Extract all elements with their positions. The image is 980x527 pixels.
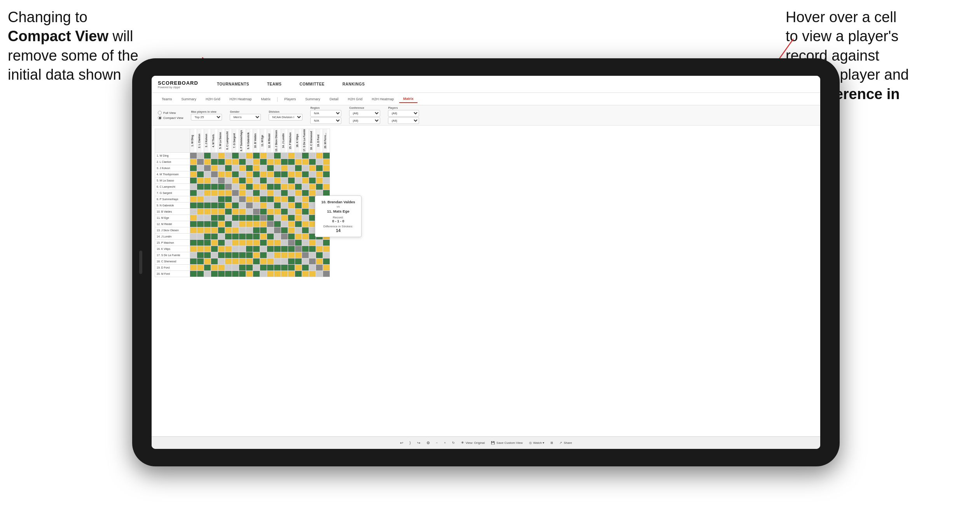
- matrix-cell[interactable]: [309, 246, 316, 252]
- tablet-button[interactable]: [139, 251, 142, 274]
- matrix-cell[interactable]: [204, 196, 211, 202]
- matrix-cell[interactable]: [281, 190, 288, 196]
- matrix-cell[interactable]: [211, 184, 218, 190]
- matrix-cell[interactable]: [281, 252, 288, 258]
- matrix-cell[interactable]: [225, 234, 232, 240]
- matrix-cell[interactable]: [295, 221, 302, 227]
- save-custom-button[interactable]: 💾 Save Custom View: [491, 441, 522, 445]
- matrix-cell[interactable]: [316, 153, 323, 159]
- matrix-cell[interactable]: [211, 227, 218, 234]
- matrix-cell[interactable]: [225, 271, 232, 277]
- matrix-cell[interactable]: [267, 159, 274, 165]
- matrix-cell[interactable]: [288, 265, 295, 271]
- matrix-cell[interactable]: [239, 265, 246, 271]
- matrix-cell[interactable]: [288, 258, 295, 265]
- tab-summary-right[interactable]: Summary: [301, 96, 324, 103]
- matrix-cell[interactable]: [190, 196, 197, 202]
- share-button[interactable]: ↗ Share: [559, 441, 572, 445]
- matrix-cell[interactable]: [239, 202, 246, 209]
- matrix-cell[interactable]: [204, 178, 211, 184]
- matrix-cell[interactable]: [190, 171, 197, 178]
- matrix-cell[interactable]: [225, 265, 232, 271]
- matrix-cell[interactable]: [253, 209, 260, 215]
- matrix-cell[interactable]: [253, 252, 260, 258]
- matrix-cell[interactable]: [204, 209, 211, 215]
- matrix-cell[interactable]: [253, 196, 260, 202]
- matrix-cell[interactable]: [218, 221, 225, 227]
- forward-button[interactable]: ⟩: [409, 441, 411, 445]
- matrix-cell[interactable]: [302, 165, 309, 171]
- matrix-cell[interactable]: [323, 258, 330, 265]
- matrix-cell[interactable]: [302, 265, 309, 271]
- matrix-cell[interactable]: [274, 165, 281, 171]
- matrix-cell[interactable]: [190, 234, 197, 240]
- matrix-cell[interactable]: [239, 258, 246, 265]
- matrix-cell[interactable]: [218, 190, 225, 196]
- tab-summary-left[interactable]: Summary: [178, 96, 201, 103]
- matrix-cell[interactable]: [225, 178, 232, 184]
- matrix-cell[interactable]: [267, 209, 274, 215]
- matrix-cell[interactable]: [302, 184, 309, 190]
- nav-rankings[interactable]: RANKINGS: [339, 80, 368, 88]
- matrix-cell[interactable]: [197, 165, 204, 171]
- matrix-cell[interactable]: [197, 227, 204, 234]
- matrix-cell[interactable]: [288, 209, 295, 215]
- matrix-cell[interactable]: [288, 271, 295, 277]
- matrix-cell[interactable]: [274, 190, 281, 196]
- matrix-cell[interactable]: [211, 258, 218, 265]
- matrix-cell[interactable]: [246, 252, 253, 258]
- matrix-cell[interactable]: [316, 246, 323, 252]
- matrix-cell[interactable]: [309, 252, 316, 258]
- matrix-cell[interactable]: [302, 159, 309, 165]
- matrix-cell[interactable]: [302, 252, 309, 258]
- matrix-cell[interactable]: [281, 227, 288, 234]
- matrix-cell[interactable]: [218, 258, 225, 265]
- matrix-cell[interactable]: [281, 246, 288, 252]
- division-select[interactable]: NCAA Division I: [269, 114, 302, 120]
- matrix-cell[interactable]: [197, 265, 204, 271]
- zoom-out-button[interactable]: −: [436, 441, 438, 445]
- matrix-cell[interactable]: [295, 252, 302, 258]
- matrix-cell[interactable]: [218, 227, 225, 234]
- matrix-cell[interactable]: [323, 246, 330, 252]
- matrix-cell[interactable]: [281, 265, 288, 271]
- matrix-cell[interactable]: [295, 165, 302, 171]
- matrix-cell[interactable]: [316, 184, 323, 190]
- matrix-cell[interactable]: [281, 165, 288, 171]
- matrix-cell[interactable]: [190, 165, 197, 171]
- matrix-cell[interactable]: [274, 171, 281, 178]
- matrix-cell[interactable]: [295, 202, 302, 209]
- matrix-cell[interactable]: [302, 240, 309, 246]
- matrix-cell[interactable]: [232, 178, 239, 184]
- matrix-cell[interactable]: [323, 265, 330, 271]
- matrix-cell[interactable]: [197, 252, 204, 258]
- matrix-cell[interactable]: [288, 171, 295, 178]
- matrix-cell[interactable]: [253, 171, 260, 178]
- matrix-cell[interactable]: [295, 215, 302, 221]
- matrix-cell[interactable]: [267, 215, 274, 221]
- matrix-cell[interactable]: [218, 202, 225, 209]
- matrix-cell[interactable]: [295, 227, 302, 234]
- matrix-cell[interactable]: [288, 178, 295, 184]
- matrix-cell[interactable]: [316, 252, 323, 258]
- matrix-cell[interactable]: [302, 190, 309, 196]
- matrix-cell[interactable]: [218, 196, 225, 202]
- matrix-cell[interactable]: [260, 227, 267, 234]
- matrix-cell[interactable]: [225, 227, 232, 234]
- matrix-cell[interactable]: [281, 240, 288, 246]
- matrix-cell[interactable]: [204, 252, 211, 258]
- matrix-cell[interactable]: [260, 190, 267, 196]
- matrix-cell[interactable]: [211, 165, 218, 171]
- matrix-cell[interactable]: [295, 153, 302, 159]
- max-players-select[interactable]: Top 25: [191, 114, 222, 120]
- matrix-cell[interactable]: [218, 171, 225, 178]
- matrix-cell[interactable]: [302, 196, 309, 202]
- matrix-cell[interactable]: [267, 178, 274, 184]
- matrix-cell[interactable]: [316, 271, 323, 277]
- nav-teams[interactable]: TEAMS: [264, 80, 285, 88]
- matrix-cell[interactable]: [197, 178, 204, 184]
- matrix-cell[interactable]: [204, 190, 211, 196]
- players-select-1[interactable]: (All): [388, 110, 419, 117]
- conference-select-2[interactable]: (All): [349, 117, 380, 124]
- matrix-cell[interactable]: [232, 165, 239, 171]
